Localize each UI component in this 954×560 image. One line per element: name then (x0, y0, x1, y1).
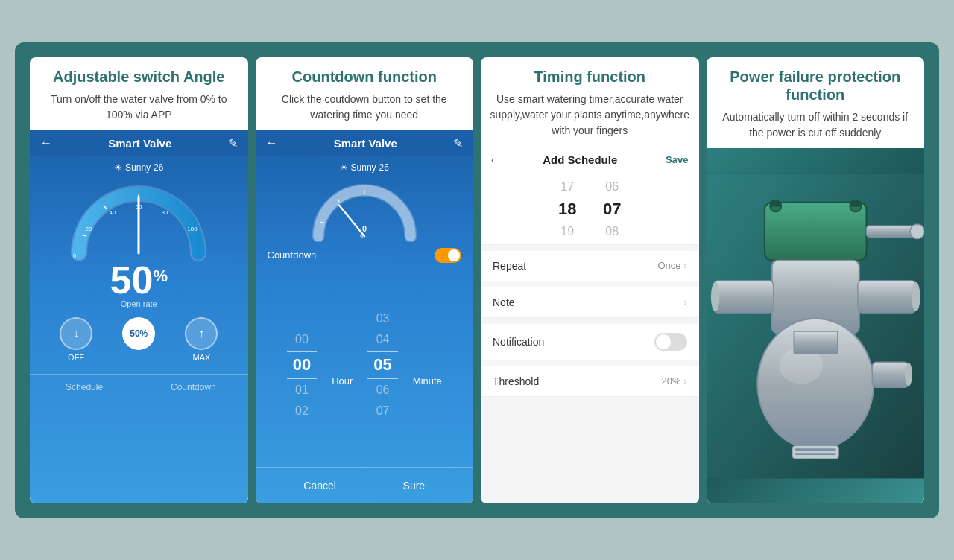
weather-row-2: ☀ Sunny 26 (340, 162, 389, 173)
app-topbar-2: ← Smart Valve ✎ (256, 130, 474, 156)
valve-photo-container (707, 148, 925, 503)
main-container: Adjustable switch Angle Turn on/off the … (15, 42, 939, 518)
time-hour-mid: 18 (556, 200, 578, 219)
time-min-bot: 08 (601, 225, 623, 238)
app-screen-2: ← Smart Valve ✎ ☀ Sunny 26 (256, 130, 474, 503)
hour-selected: 00 (287, 351, 317, 379)
svg-line-19 (339, 205, 364, 236)
svg-text:40: 40 (110, 209, 116, 216)
svg-point-33 (710, 282, 719, 311)
note-label: Note (493, 296, 515, 308)
percent-sign-1: % (153, 268, 168, 284)
hour-item-empty (292, 309, 311, 328)
open-rate-label: Open rate (121, 299, 157, 308)
sure-btn[interactable]: Sure (391, 477, 437, 494)
max-btn-circle[interactable]: ↑ (185, 317, 218, 350)
minute-label-col: Minute (413, 309, 442, 421)
svg-rect-28 (850, 200, 861, 206)
svg-rect-34 (857, 281, 915, 313)
countdown-toggle[interactable] (435, 248, 461, 263)
valve-photo (707, 148, 925, 503)
sun-icon-2: ☀ (340, 162, 348, 173)
app-title-1: Smart Valve (108, 137, 171, 150)
repeat-label: Repeat (493, 260, 526, 272)
max-btn-label: MAX (192, 353, 210, 362)
notification-label: Notification (493, 336, 544, 348)
gauge-1: 0 20 40 60 80 100 (64, 179, 213, 261)
nav-countdown[interactable]: Countdown (139, 375, 247, 400)
back-icon-1[interactable]: ← (40, 136, 52, 150)
svg-text:%: % (360, 234, 364, 239)
temp-label-1: 26 (154, 162, 163, 173)
fifty-btn-circle[interactable]: 50% (122, 317, 155, 350)
sched-back-btn[interactable]: ‹ (491, 154, 494, 165)
nav-schedule[interactable]: Schedule (30, 375, 139, 400)
time-row-bot: 19 08 (481, 222, 699, 241)
off-btn-circle[interactable]: ↓ (60, 317, 92, 350)
card2-header: Countdown function Click the coutdown bu… (256, 57, 474, 130)
temp-2: 26 (379, 162, 389, 173)
countdown-toggle-row: Countdown (256, 242, 474, 269)
card4-title: Power failure protection function (716, 68, 916, 104)
edit-icon-1[interactable]: ✎ (228, 136, 238, 150)
hour-label-col: Hour (332, 309, 353, 421)
svg-rect-39 (792, 445, 838, 459)
sun-icon-1: ☀ (114, 162, 122, 173)
svg-text:20: 20 (86, 226, 92, 232)
svg-point-35 (911, 282, 920, 311)
app-buttons-row-1: ↓ OFF 50% ↑ MAX (30, 317, 248, 362)
threshold-chevron: › (684, 376, 687, 386)
hour-item-02: 02 (289, 401, 315, 421)
time-min-top: 06 (601, 180, 623, 194)
time-row-top: 17 06 (481, 177, 699, 197)
card4-content (707, 148, 925, 503)
card1-content: ← Smart Valve ✎ ☀ Sunny 26 (30, 130, 248, 503)
fifty-button[interactable]: 50% (122, 317, 155, 362)
max-button[interactable]: ↑ MAX (185, 317, 218, 362)
svg-rect-40 (795, 448, 835, 451)
svg-text:0: 0 (362, 224, 367, 233)
countdown-label: Countdown (268, 249, 317, 261)
sched-title: Add Schedule (543, 153, 617, 166)
min-selected: 05 (367, 351, 397, 379)
off-btn-label: OFF (68, 353, 84, 362)
card2-title: Countdown function (265, 68, 465, 86)
card3-header: Timing function Use smart watering timer… (481, 57, 699, 146)
time-hour-top: 17 (556, 180, 578, 194)
card4-desc: Automatically turn off within 2 seconds … (716, 109, 916, 141)
back-icon-2[interactable]: ← (266, 136, 278, 150)
note-value: › (684, 297, 687, 308)
svg-rect-42 (872, 362, 909, 387)
note-option[interactable]: Note › (481, 287, 699, 318)
edit-icon-2[interactable]: ✎ (453, 136, 463, 150)
min-item-04: 04 (370, 330, 396, 349)
svg-text:100: 100 (188, 226, 198, 232)
time-scroll: 17 06 18 07 19 08 (481, 174, 699, 245)
gauge-2: 0 % (305, 179, 424, 242)
percentage-display: 50% (110, 261, 168, 299)
gauge-svg-2: 0 % (305, 179, 424, 242)
off-button[interactable]: ↓ OFF (60, 317, 92, 362)
card-countdown: Countdown function Click the coutdown bu… (256, 57, 474, 503)
card-timing: Timing function Use smart watering timer… (481, 57, 699, 503)
repeat-option[interactable]: Repeat Once › (481, 251, 699, 281)
minute-label: Minute (413, 375, 442, 386)
notification-toggle[interactable] (654, 333, 687, 351)
note-chevron: › (684, 297, 687, 308)
hour-item-01: 01 (289, 381, 315, 400)
schedule-screen: ‹ Add Schedule Save 17 06 18 07 19 (481, 146, 699, 503)
valve-illustration (707, 148, 925, 503)
schedule-topbar: ‹ Add Schedule Save (481, 146, 699, 174)
gauge-svg-1: 0 20 40 60 80 100 (64, 179, 213, 261)
sched-save-btn[interactable]: Save (666, 154, 688, 165)
svg-point-43 (905, 363, 912, 386)
card-adjustable-angle: Adjustable switch Angle Turn on/off the … (30, 57, 248, 503)
time-min-mid: 07 (601, 200, 623, 219)
card3-content: ‹ Add Schedule Save 17 06 18 07 19 (481, 146, 699, 503)
cancel-btn[interactable]: Cancel (291, 477, 348, 494)
min-item-03: 03 (370, 309, 396, 328)
threshold-option[interactable]: Threshold 20% › (481, 366, 699, 397)
percentage-value: 50 (110, 258, 154, 302)
threshold-label: Threshold (493, 375, 539, 387)
card-power-failure: Power failure protection function Automa… (707, 57, 925, 503)
